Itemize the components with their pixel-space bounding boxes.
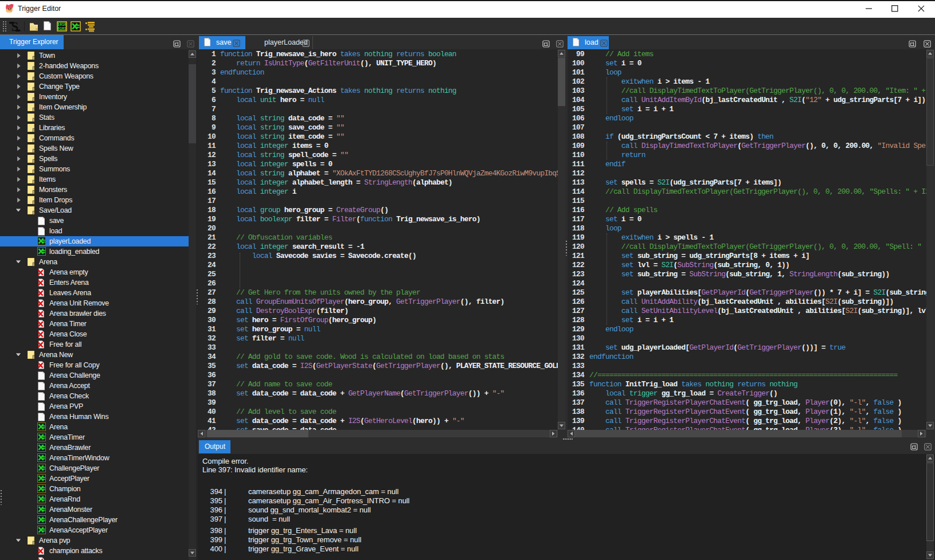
svg-text:0101: 0101 [57,27,66,31]
